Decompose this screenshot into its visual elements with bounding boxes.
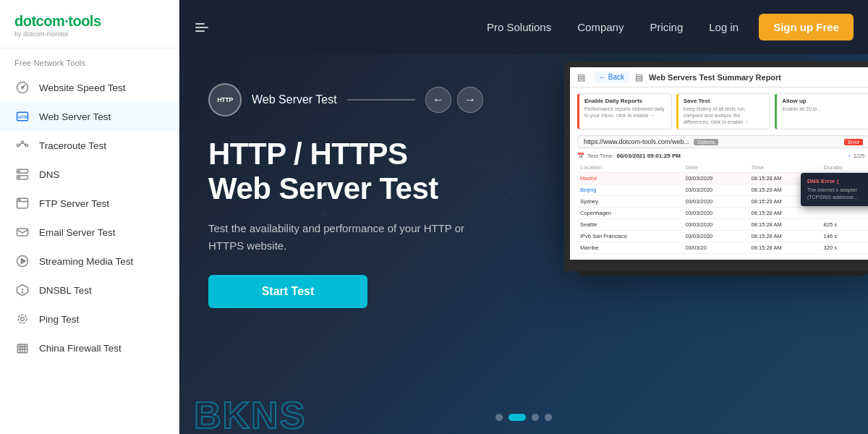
ping-icon <box>14 311 30 327</box>
cell-location: Madrid <box>577 173 683 184</box>
laptop-time-bar: 📅 Test Time: 06/03/2021 09:01:25 PM ‹ 1/… <box>577 153 868 159</box>
sidebar-item-label: Web Server Test <box>39 111 111 122</box>
laptop-cards: Enable Daily Reports Performance reports… <box>577 93 868 129</box>
cell-time: 08:15:28 AM <box>749 208 821 219</box>
bkns-watermark: BKNS <box>194 396 306 434</box>
cell-time: 08:15:28 AM <box>749 242 821 254</box>
logo-area: dotcom·tools by dotcom-monitor <box>0 0 179 48</box>
laptop-error-badge: Error <box>844 139 863 145</box>
cell-location: Sydney <box>577 196 683 208</box>
hero-description: Test the availability and performance of… <box>208 220 483 255</box>
laptop-base <box>564 265 868 271</box>
col-time: Time <box>749 163 821 173</box>
cell-duration: 320 s <box>821 242 868 254</box>
pricing-link[interactable]: Pricing <box>639 15 693 39</box>
sidebar-item-dnsbl[interactable]: DNSBL Test <box>0 276 179 305</box>
top-navbar: Pro Solutions Company Pricing Log in Sig… <box>179 0 868 54</box>
traceroute-icon <box>14 137 30 153</box>
http-icon: HTTP <box>14 109 30 124</box>
svg-point-10 <box>19 176 20 178</box>
sidebar-item-label: Email Server Test <box>39 227 116 238</box>
laptop-back-button[interactable]: ← Back <box>594 72 629 82</box>
sidebar-item-website-speed[interactable]: Website Speed Test <box>0 73 179 102</box>
login-link[interactable]: Log in <box>699 15 749 39</box>
badge-label: Web Server Test <box>252 93 337 106</box>
col-duration: Duratio <box>821 163 868 173</box>
sidebar: dotcom·tools by dotcom-monitor Free Netw… <box>0 0 179 434</box>
laptop-prev-btn[interactable]: ‹ <box>848 153 851 159</box>
laptop-card-reports: Enable Daily Reports Performance reports… <box>577 93 672 129</box>
prev-test-button[interactable]: ← <box>425 87 451 113</box>
sidebar-item-dns[interactable]: DNS <box>0 160 179 189</box>
cell-date: 03/03/20 <box>683 242 749 254</box>
sidebar-section-label: Free Network Tools <box>0 48 179 73</box>
sidebar-item-china-firewall[interactable]: China Firewall Test <box>0 333 179 362</box>
laptop-report-icon: ▤ <box>635 72 643 82</box>
hero-content: HTTP Web Server Test ← → HTTP / HTTPS We… <box>208 76 483 308</box>
laptop-time-label: Test Time: <box>587 153 613 159</box>
svg-point-31 <box>503 197 507 201</box>
laptop-url-text: https://www.dotcom-tools.com/web... <box>584 138 689 145</box>
laptop-calendar-icon: 📅 <box>577 153 584 159</box>
slide-dot-1[interactable] <box>495 414 503 421</box>
table-row: IPv6 San Francisco 03/03/2020 08:15:28 A… <box>577 231 868 242</box>
dns-error-title: DNS Error ( <box>807 178 868 184</box>
svg-text:HTTP: HTTP <box>18 115 28 119</box>
laptop-options-badge[interactable]: Options <box>694 139 718 145</box>
sidebar-item-label: Website Speed Test <box>39 82 126 93</box>
cell-time: 08:15:28 AM <box>749 219 821 231</box>
start-test-button[interactable]: Start Test <box>208 275 367 308</box>
sidebar-item-label: China Firewall Test <box>39 343 122 354</box>
cell-date: 03/03/2020 <box>683 208 749 219</box>
laptop-topbar: ▤ ← Back ▤ Web Servers Test Summary Repo… <box>570 67 868 88</box>
logo-brand: dotcom·tools <box>14 13 164 30</box>
firewall-icon <box>14 340 30 356</box>
laptop-card-allow: Allow up Enable all 20 lo... <box>775 93 868 129</box>
company-link[interactable]: Company <box>567 15 634 39</box>
speedometer-icon <box>14 80 30 95</box>
sidebar-item-ftp[interactable]: FTP Server Test <box>0 189 179 218</box>
cell-location: Beijing <box>577 184 683 196</box>
next-test-button[interactable]: → <box>457 87 483 113</box>
svg-point-4 <box>17 144 20 146</box>
table-row: Marribe 03/03/20 08:15:28 AM 320 s <box>577 242 868 254</box>
svg-point-19 <box>21 318 25 321</box>
sidebar-item-streaming-media[interactable]: Streaming Media Test <box>0 247 179 276</box>
cell-location: Copenhagen <box>577 208 683 219</box>
cell-time: 08:15:28 AM <box>749 231 821 242</box>
svg-point-20 <box>18 315 27 323</box>
menu-toggle-button[interactable] <box>191 14 218 41</box>
ftp-icon <box>14 195 30 211</box>
laptop-menu-icon: ▤ <box>577 72 585 82</box>
laptop-card-save: Save Test Keep history of all tests run,… <box>676 93 771 129</box>
slide-dot-3[interactable] <box>532 414 539 421</box>
cell-duration: 146 s <box>821 231 868 242</box>
sidebar-item-label: DNS <box>39 169 60 180</box>
svg-marker-16 <box>21 259 25 264</box>
table-row: Copenhagen 03/03/2020 08:15:28 AM <box>577 208 868 219</box>
laptop-url-bar: https://www.dotcom-tools.com/web... Opti… <box>577 135 868 148</box>
slide-dot-4[interactable] <box>545 414 552 421</box>
pro-solutions-link[interactable]: Pro Solutions <box>477 15 561 39</box>
sidebar-item-email-server[interactable]: Email Server Test <box>0 218 179 247</box>
email-icon <box>14 224 30 240</box>
signup-button[interactable]: Sign up Free <box>759 14 854 41</box>
dns-icon <box>14 166 30 182</box>
badge-line <box>347 99 415 101</box>
hero-slide-dots <box>495 414 552 421</box>
sidebar-item-web-server[interactable]: HTTP Web Server Test <box>0 102 179 131</box>
laptop-screen: ▤ ← Back ▤ Web Servers Test Summary Repo… <box>564 61 868 265</box>
streaming-icon <box>14 253 30 269</box>
hero-title: HTTP / HTTPS Web Server Test <box>208 137 483 207</box>
cell-location: IPv6 San Francisco <box>577 231 683 242</box>
cell-date: 03/03/2020 <box>683 196 749 208</box>
sidebar-item-ping[interactable]: Ping Test <box>0 305 179 333</box>
svg-point-1 <box>22 87 24 89</box>
svg-point-5 <box>21 141 23 143</box>
sidebar-item-traceroute[interactable]: Traceroute Test <box>0 131 179 160</box>
laptop-pagination: 1/25 <box>854 153 865 159</box>
sidebar-item-label: Traceroute Test <box>39 140 106 151</box>
slide-dot-2[interactable] <box>509 414 526 421</box>
test-type-badge: HTTP Web Server Test ← → <box>208 83 483 116</box>
cell-duration: 825 s <box>821 219 868 231</box>
